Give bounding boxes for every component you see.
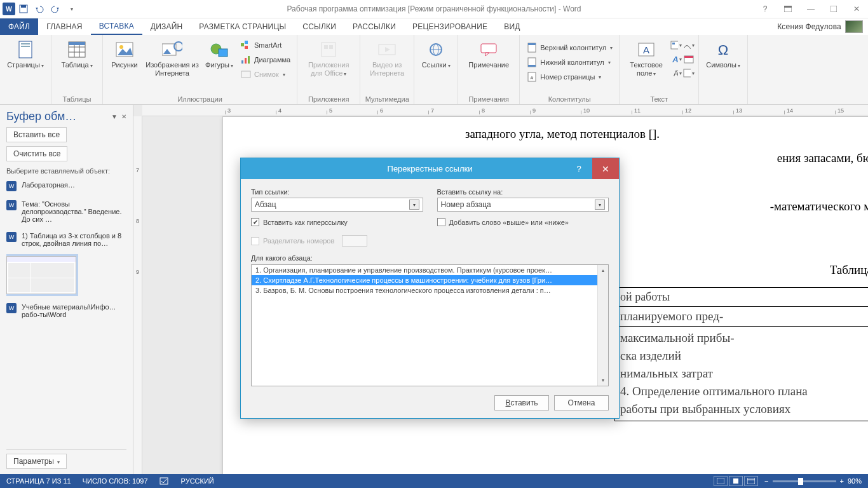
- above-below-checkbox[interactable]: Добавить слово «выше» или «ниже»: [437, 215, 609, 229]
- chart-button[interactable]: Диаграмма: [238, 53, 293, 67]
- checkbox-checked-icon: ✔: [251, 218, 259, 226]
- minimize-icon[interactable]: —: [799, 1, 822, 17]
- hyperlink-checkbox[interactable]: ✔Вставить как гиперссылку: [251, 215, 423, 229]
- user-photo-icon: [845, 20, 863, 33]
- zoom-level[interactable]: 90%: [848, 477, 862, 485]
- online-video-button[interactable]: Видео из Интернета: [364, 37, 410, 80]
- svg-rect-21: [245, 41, 248, 44]
- maximize-icon[interactable]: [822, 1, 845, 17]
- table-button[interactable]: Таблица▾: [55, 37, 98, 72]
- object-icon[interactable]: ▾: [683, 67, 695, 79]
- dialog-close-icon[interactable]: ✕: [592, 158, 619, 179]
- tab-home[interactable]: ГЛАВНАЯ: [38, 18, 90, 35]
- clipboard-description: Выберите вставляемый объект:: [6, 167, 126, 175]
- clipboard-options-button[interactable]: Параметры ▾: [6, 454, 67, 469]
- page-number-button[interactable]: #Номер страницы▾: [524, 70, 615, 84]
- dialog-help-icon[interactable]: ?: [566, 158, 592, 179]
- paste-all-button[interactable]: Вставить все: [6, 127, 67, 142]
- clear-all-button[interactable]: Очистить все: [6, 146, 67, 161]
- group-media: Видео из Интернета Мультимедиа: [360, 35, 414, 104]
- pane-menu-icon[interactable]: ▼: [111, 113, 118, 120]
- pages-button[interactable]: Страницы▾: [4, 37, 47, 72]
- tab-layout[interactable]: РАЗМЕТКА СТРАНИЦЫ: [191, 18, 294, 35]
- list-item-selected[interactable]: 2. Схиртладзе А.Г.Технологические процес…: [252, 275, 597, 285]
- online-pictures-button[interactable]: Изображения из Интернета: [144, 37, 201, 80]
- svg-rect-20: [241, 43, 244, 46]
- dropcap-icon[interactable]: A▾: [670, 67, 682, 79]
- pictures-button[interactable]: Рисунки: [107, 37, 142, 72]
- zoom-control[interactable]: − + 90%: [764, 477, 862, 485]
- apps-button[interactable]: Приложения для Office▾: [301, 37, 356, 81]
- cancel-button[interactable]: Отмена: [554, 395, 609, 410]
- paragraph-list[interactable]: 1. Организация, планирование и управлени…: [251, 264, 609, 386]
- clipboard-item-image[interactable]: [6, 256, 126, 294]
- horizontal-ruler[interactable]: 34567891011121314151617: [142, 105, 868, 116]
- tab-references[interactable]: ССЫЛКИ: [294, 18, 344, 35]
- print-layout-icon[interactable]: [729, 476, 743, 486]
- ribbon-tabs: ФАЙЛ ГЛАВНАЯ ВСТАВКА ДИЗАЙН РАЗМЕТКА СТР…: [0, 18, 868, 35]
- read-mode-icon[interactable]: [714, 476, 728, 486]
- tab-mailings[interactable]: РАССЫЛКИ: [344, 18, 404, 35]
- footer-button[interactable]: Нижний колонтитул▾: [524, 55, 615, 69]
- group-comments: Примечание Примечания: [458, 35, 520, 104]
- redo-icon[interactable]: [48, 1, 63, 17]
- screenshot-button[interactable]: Снимок▾: [238, 67, 293, 81]
- reference-type-combo[interactable]: Абзац▾: [251, 198, 423, 212]
- scroll-up-icon[interactable]: ▴: [598, 265, 608, 276]
- chevron-down-icon: ▾: [409, 200, 419, 210]
- quick-access-toolbar: W ▾: [0, 1, 79, 17]
- qat-more-icon[interactable]: ▾: [64, 1, 79, 17]
- word-doc-icon: W: [6, 181, 17, 191]
- wordart-icon[interactable]: A▾: [670, 53, 682, 65]
- scrollbar[interactable]: ▴▾: [597, 265, 608, 386]
- dialog-title: Перекрестные ссылки: [388, 164, 473, 173]
- save-icon[interactable]: [16, 1, 31, 17]
- dialog-titlebar[interactable]: Перекрестные ссылки ? ✕: [241, 158, 619, 179]
- pane-close-icon[interactable]: ✕: [121, 113, 126, 120]
- spellcheck-icon[interactable]: [159, 477, 170, 485]
- links-button[interactable]: Ссылки▾: [418, 37, 454, 72]
- quick-parts-icon[interactable]: ▾: [670, 39, 682, 51]
- tab-view[interactable]: ВИД: [496, 18, 528, 35]
- tab-file[interactable]: ФАЙЛ: [0, 18, 38, 35]
- svg-rect-34: [481, 44, 496, 53]
- close-icon[interactable]: ✕: [845, 1, 868, 17]
- zoom-in-icon[interactable]: +: [840, 477, 844, 485]
- shapes-button[interactable]: Фигуры▾: [202, 37, 236, 72]
- smartart-button[interactable]: SmartArt: [238, 38, 293, 52]
- tab-insert[interactable]: ВСТАВКА: [91, 18, 142, 35]
- svg-rect-22: [245, 46, 248, 49]
- word-doc-icon: W: [6, 200, 17, 210]
- signature-icon[interactable]: ▾: [683, 39, 695, 51]
- tab-review[interactable]: РЕЦЕНЗИРОВАНИЕ: [404, 18, 496, 35]
- web-layout-icon[interactable]: [744, 476, 758, 486]
- header-button[interactable]: Верхний колонтитул▾: [524, 41, 615, 55]
- scroll-down-icon[interactable]: ▾: [598, 375, 608, 386]
- language-status[interactable]: РУССКИЙ: [181, 477, 214, 485]
- clipboard-item[interactable]: WТема: "Основы делопроизводства." Введен…: [6, 200, 126, 223]
- insert-button[interactable]: Вставить: [494, 395, 549, 410]
- comment-button[interactable]: Примечание: [462, 37, 515, 72]
- vertical-ruler[interactable]: 789: [133, 116, 142, 474]
- undo-icon[interactable]: [32, 1, 47, 17]
- list-item[interactable]: 3. Базров, Б. М. Основы построения техно…: [252, 285, 597, 295]
- user-account[interactable]: Ксения Федулова: [772, 18, 868, 35]
- clipboard-item[interactable]: WЛабораторная…: [6, 181, 126, 191]
- help-icon[interactable]: ?: [754, 1, 776, 17]
- page-number-icon: #: [526, 71, 538, 83]
- tab-design[interactable]: ДИЗАЙН: [142, 18, 191, 35]
- word-count[interactable]: ЧИСЛО СЛОВ: 1097: [83, 477, 148, 485]
- zoom-out-icon[interactable]: −: [764, 477, 768, 485]
- symbols-button[interactable]: Ω Символы▾: [703, 37, 743, 72]
- svg-rect-43: [671, 41, 678, 49]
- textbox-button[interactable]: A Текстовое поле▾: [623, 37, 669, 81]
- zoom-slider[interactable]: [773, 480, 836, 482]
- page-status[interactable]: СТРАНИЦА 7 ИЗ 11: [6, 477, 71, 485]
- ribbon-display-icon[interactable]: [776, 1, 799, 17]
- datetime-icon[interactable]: [683, 53, 695, 65]
- list-item[interactable]: 1. Организация, планирование и управлени…: [252, 265, 597, 275]
- insert-reference-combo[interactable]: Номер абзаца▾: [437, 198, 609, 212]
- clipboard-item[interactable]: WУчебные материалы\Инфо… рабо-ты\Word: [6, 303, 126, 318]
- clipboard-item[interactable]: W1) Таблица из 3-х столбцов и 8 строк, д…: [6, 232, 126, 247]
- svg-rect-1: [21, 5, 26, 8]
